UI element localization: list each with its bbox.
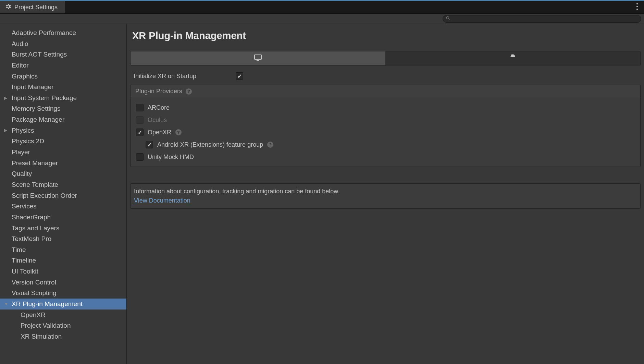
sidebar-item[interactable]: Graphics xyxy=(0,71,126,82)
sidebar-item-label: UI Toolkit xyxy=(12,267,38,276)
sidebar-item[interactable]: Adaptive Performance xyxy=(0,27,126,38)
sidebar-item-label: Version Control xyxy=(12,278,56,287)
info-text: Information about configuration, trackin… xyxy=(134,188,637,195)
sidebar-item-label: Project Validation xyxy=(21,321,71,330)
search-box[interactable] xyxy=(443,15,641,23)
sidebar-item-label: Audio xyxy=(12,39,28,48)
provider-checkbox xyxy=(136,116,144,124)
provider-checkbox[interactable] xyxy=(136,153,144,161)
sidebar-item[interactable]: Memory Settings xyxy=(0,103,126,114)
sidebar-item-label: OpenXR xyxy=(21,311,46,319)
sidebar-item[interactable]: Physics 2D xyxy=(0,136,126,147)
providers-label: Plug-in Providers xyxy=(135,88,182,95)
sidebar-item-label: Editor xyxy=(12,61,29,70)
sidebar-item[interactable]: Visual Scripting xyxy=(0,288,126,299)
sidebar-item-label: Quality xyxy=(12,169,32,178)
sidebar-item[interactable]: Input Manager xyxy=(0,82,126,93)
sidebar-item[interactable]: ▶Input System Package xyxy=(0,93,126,104)
provider-checkbox[interactable] xyxy=(146,141,153,148)
provider-row: Oculus xyxy=(135,114,635,126)
sidebar-item[interactable]: Time xyxy=(0,244,126,255)
sidebar-item[interactable]: Editor xyxy=(0,60,126,71)
window-menu-button[interactable] xyxy=(630,1,644,13)
sidebar-item-label: Graphics xyxy=(12,72,38,81)
sidebar-item[interactable]: Tags and Layers xyxy=(0,223,126,234)
sidebar-item[interactable]: ShaderGraph xyxy=(0,212,126,223)
init-xr-row: Initialize XR on Startup xyxy=(130,71,641,85)
sidebar-item-label: Physics 2D xyxy=(12,137,44,146)
sidebar-item-label: Input Manager xyxy=(12,83,54,92)
android-icon xyxy=(509,53,517,63)
settings-sidebar[interactable]: Adaptive PerformanceAudioBurst AOT Setti… xyxy=(0,24,127,364)
platform-tabs xyxy=(130,51,641,65)
caret-icon: ▶ xyxy=(4,95,9,101)
sidebar-item[interactable]: TextMesh Pro xyxy=(0,233,126,244)
caret-icon: ▼ xyxy=(4,301,9,307)
svg-point-3 xyxy=(446,16,449,19)
provider-label: Oculus xyxy=(148,117,167,124)
documentation-info: Information about configuration, trackin… xyxy=(130,183,641,209)
content-panel: XR Plug-in Management Initialize XR on S… xyxy=(127,24,644,364)
provider-checkbox[interactable] xyxy=(136,104,144,111)
sidebar-item[interactable]: Quality xyxy=(0,168,126,179)
sidebar-item-label: Visual Scripting xyxy=(12,289,57,298)
platform-tab-android[interactable] xyxy=(385,51,640,65)
sidebar-item-label: ShaderGraph xyxy=(12,213,51,222)
sidebar-item[interactable]: Audio xyxy=(0,38,126,49)
sidebar-item-label: Timeline xyxy=(12,256,36,265)
sidebar-item[interactable]: Burst AOT Settings xyxy=(0,49,126,60)
providers-panel: Plug-in Providers ? ARCoreOculusOpenXR?A… xyxy=(130,85,641,167)
provider-label: Unity Mock HMD xyxy=(148,154,194,161)
sidebar-item[interactable]: Scene Template xyxy=(0,179,126,190)
sidebar-item-label: Scene Template xyxy=(12,180,58,189)
kebab-icon xyxy=(636,3,638,12)
sidebar-item-label: Input System Package xyxy=(12,94,77,102)
sidebar-item-label: Player xyxy=(12,148,30,157)
title-bar-fill xyxy=(65,1,630,13)
sidebar-item[interactable]: Version Control xyxy=(0,277,126,288)
search-input[interactable] xyxy=(450,16,638,22)
sidebar-item[interactable]: XR Simulation xyxy=(0,331,126,342)
sidebar-item-label: Adaptive Performance xyxy=(12,28,76,37)
window-title: Project Settings xyxy=(14,4,58,11)
sidebar-item-label: TextMesh Pro xyxy=(12,234,51,243)
sidebar-item-label: Script Execution Order xyxy=(12,191,77,200)
sidebar-item-label: XR Plug-in Management xyxy=(12,300,83,308)
sidebar-item-label: Package Manager xyxy=(12,115,64,124)
caret-icon: ▶ xyxy=(4,128,9,133)
providers-list: ARCoreOculusOpenXR?Android XR (Extension… xyxy=(131,98,640,167)
provider-label: OpenXR xyxy=(148,129,171,136)
svg-point-8 xyxy=(511,56,512,56)
sidebar-item[interactable]: Timeline xyxy=(0,255,126,266)
sidebar-item-label: Physics xyxy=(12,126,34,135)
provider-row: Android XR (Extensions) feature group? xyxy=(135,138,635,151)
view-documentation-link[interactable]: View Documentation xyxy=(134,197,190,204)
sidebar-item[interactable]: Preset Manager xyxy=(0,158,126,169)
sidebar-item[interactable]: Services xyxy=(0,201,126,212)
window-tab[interactable]: Project Settings xyxy=(0,1,65,13)
sidebar-item-label: Memory Settings xyxy=(12,104,61,113)
sidebar-item[interactable]: Project Validation xyxy=(0,320,126,331)
sidebar-item[interactable]: UI Toolkit xyxy=(0,266,126,277)
platform-tab-standalone[interactable] xyxy=(131,51,385,65)
sidebar-item[interactable]: Script Execution Order xyxy=(0,190,126,201)
sidebar-item[interactable]: Package Manager xyxy=(0,114,126,125)
sidebar-item[interactable]: OpenXR xyxy=(0,310,126,320)
sidebar-item-label: Time xyxy=(12,245,26,254)
sidebar-item[interactable]: ▶Physics xyxy=(0,125,126,136)
svg-line-4 xyxy=(448,19,449,20)
providers-help-icon[interactable]: ? xyxy=(186,88,192,95)
init-xr-label: Initialize XR on Startup xyxy=(134,73,233,80)
provider-label: Android XR (Extensions) feature group xyxy=(157,141,263,148)
svg-point-9 xyxy=(513,56,514,56)
help-icon[interactable]: ? xyxy=(175,129,182,135)
init-xr-checkbox[interactable] xyxy=(236,72,243,80)
sidebar-item-label: XR Simulation xyxy=(21,332,62,341)
sidebar-item[interactable]: Player xyxy=(0,147,126,158)
help-icon[interactable]: ? xyxy=(267,142,273,148)
sidebar-item[interactable]: ▼XR Plug-in Management xyxy=(0,299,126,310)
provider-checkbox[interactable] xyxy=(136,129,144,136)
svg-point-0 xyxy=(636,3,638,4)
svg-point-1 xyxy=(636,6,638,7)
svg-rect-5 xyxy=(255,55,261,59)
